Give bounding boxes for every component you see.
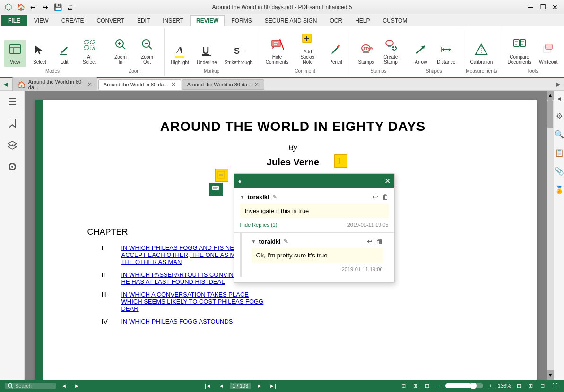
nav-panel-button[interactable] bbox=[3, 93, 21, 111]
compare-docs-button[interactable]: CompareDocuments bbox=[505, 36, 535, 67]
chapter-4-text[interactable]: IN WHICH PHILEAS FOGG ASTOUNDS bbox=[121, 318, 233, 325]
fit-page-button[interactable]: ⊡ bbox=[399, 382, 408, 390]
hide-comments-button[interactable]: HideComments bbox=[263, 36, 291, 67]
tab-edit[interactable]: EDIT bbox=[131, 15, 156, 26]
doc-tab-3[interactable]: Around the World in 80 da... ✕ bbox=[182, 79, 265, 90]
minimize-button[interactable]: ─ bbox=[525, 2, 536, 12]
arrow-button[interactable]: Arrow bbox=[409, 41, 432, 67]
scroll-down-button[interactable]: ▼ bbox=[547, 370, 554, 380]
scroll-view-button[interactable]: ⊟ bbox=[538, 382, 547, 390]
tab-file[interactable]: FILE bbox=[1, 15, 27, 26]
svg-point-74 bbox=[8, 383, 12, 387]
scroll-thumb[interactable] bbox=[547, 100, 553, 128]
pencil-button[interactable]: Pencil bbox=[324, 41, 347, 67]
select-button[interactable]: Select bbox=[28, 42, 51, 67]
bookmark-panel-button[interactable] bbox=[3, 114, 21, 132]
print-icon[interactable]: 🖨 bbox=[65, 2, 75, 12]
doc-tab-1[interactable]: 🏠 Around the World in 80 da... ✕ bbox=[12, 77, 97, 92]
reply-reply-icon[interactable]: ↩ bbox=[367, 238, 373, 245]
right-panel-layers[interactable]: 📋 bbox=[555, 148, 564, 157]
comment-reply-icon[interactable]: ↩ bbox=[373, 193, 378, 201]
content-panel-button[interactable] bbox=[3, 158, 21, 176]
home-icon[interactable]: 🏠 bbox=[16, 2, 26, 12]
calibration-button[interactable]: Calibration bbox=[468, 41, 496, 67]
two-page-view-button[interactable]: ⊞ bbox=[527, 382, 535, 390]
tab-review[interactable]: REVIEW bbox=[190, 15, 225, 26]
expand-comment-icon[interactable]: ▼ bbox=[240, 195, 245, 200]
distance-button[interactable]: Distance bbox=[434, 41, 458, 67]
comment-popup-close[interactable]: ✕ bbox=[384, 177, 390, 186]
tab-forms[interactable]: FORMS bbox=[225, 15, 258, 26]
save-icon[interactable]: 💾 bbox=[53, 2, 62, 12]
underline-button[interactable]: U Underline bbox=[194, 44, 220, 67]
tab-create[interactable]: CREATE bbox=[55, 15, 90, 26]
add-sticker-button[interactable]: Add StickerNote bbox=[293, 31, 322, 67]
right-panel-search[interactable]: 🔍 bbox=[555, 130, 564, 139]
next-page-button[interactable]: ► bbox=[255, 382, 264, 390]
collapse-right-icon[interactable]: ► bbox=[555, 80, 562, 89]
search-input[interactable] bbox=[15, 383, 53, 389]
right-panel-award[interactable]: 🏅 bbox=[555, 185, 564, 194]
collapse-left-icon[interactable]: ◄ bbox=[2, 80, 9, 89]
ribbon-group-markup: A Highlight U Underline S bbox=[165, 28, 259, 76]
tab-help[interactable]: HELP bbox=[349, 15, 376, 26]
reply-edit-icon[interactable]: ✎ bbox=[284, 238, 288, 245]
tab-view[interactable]: VIEW bbox=[28, 15, 55, 26]
right-panel-collapse[interactable]: ◄ bbox=[556, 95, 562, 102]
hide-replies-button[interactable]: Hide Replies (1) bbox=[240, 222, 278, 228]
tab-custom[interactable]: CUSTOM bbox=[376, 15, 413, 26]
document-area[interactable]: ▲ ▼ bbox=[25, 91, 554, 380]
expand-reply-icon[interactable]: ▼ bbox=[252, 239, 256, 244]
fullscreen-button[interactable]: ⛶ bbox=[550, 382, 559, 390]
comment-delete-icon-1[interactable]: 🗑 bbox=[382, 193, 389, 201]
whiteout-button[interactable]: Whiteout bbox=[536, 41, 560, 67]
close-button[interactable]: ✕ bbox=[550, 2, 560, 12]
fit-height-button[interactable]: ⊟ bbox=[423, 382, 431, 390]
edit-button[interactable]: Edit bbox=[53, 42, 76, 67]
doc-tab-1-close[interactable]: ✕ bbox=[87, 81, 92, 88]
comment-edit-icon-1[interactable]: ✎ bbox=[272, 194, 277, 200]
ai-select-button[interactable]: AI AI Select bbox=[78, 37, 101, 67]
tab-insert[interactable]: INSERT bbox=[156, 15, 190, 26]
zoom-in-button[interactable]: + bbox=[487, 382, 494, 390]
zoom-in-button[interactable]: Zoom In bbox=[109, 36, 132, 67]
search-next-button[interactable]: ► bbox=[72, 382, 81, 390]
highlight-button[interactable]: A Highlight bbox=[168, 43, 192, 67]
search-prev-button[interactable]: ◄ bbox=[60, 382, 69, 390]
tab-ocr[interactable]: OCR bbox=[323, 15, 348, 26]
undo-icon[interactable]: ↩ bbox=[28, 2, 38, 12]
sticky-note-icon[interactable] bbox=[215, 169, 228, 182]
chapter-3-text[interactable]: IN WHICH A CONVERSATION TAKES PLACEWHICH… bbox=[121, 291, 264, 312]
prev-page-button[interactable]: ◄ bbox=[217, 382, 226, 390]
stamps-button[interactable]: STAMP Stamps bbox=[355, 41, 377, 67]
single-page-view-button[interactable]: ⊡ bbox=[515, 382, 523, 390]
zoom-slider[interactable] bbox=[445, 383, 483, 388]
redo-icon[interactable]: ↪ bbox=[41, 2, 50, 12]
author-sticky-note[interactable] bbox=[334, 154, 347, 168]
doc-tab-2[interactable]: Around the World in 80 da... ✕ bbox=[98, 79, 181, 90]
doc-tab-3-close[interactable]: ✕ bbox=[254, 81, 259, 88]
doc-tab-2-close[interactable]: ✕ bbox=[171, 81, 176, 88]
restore-button[interactable]: ❐ bbox=[538, 2, 548, 12]
scroll-up-button[interactable]: ▲ bbox=[547, 91, 554, 100]
fit-width-button[interactable]: ⊞ bbox=[411, 382, 419, 390]
view-button[interactable]: View bbox=[4, 40, 26, 67]
right-panel-attachment[interactable]: 📎 bbox=[555, 167, 564, 176]
zoom-out-button[interactable]: Zoom Out bbox=[134, 36, 160, 67]
reply-delete-icon[interactable]: 🗑 bbox=[376, 238, 383, 245]
page-input[interactable]: 1 / 103 bbox=[230, 383, 252, 389]
layers-panel-button[interactable] bbox=[3, 136, 21, 154]
shapes-group-label: Shapes bbox=[426, 67, 442, 74]
tab-secure[interactable]: SECURE AND SIGN bbox=[259, 15, 323, 26]
last-page-button[interactable]: ►| bbox=[268, 382, 278, 390]
scrollbar[interactable]: ▲ ▼ bbox=[547, 91, 554, 380]
right-panel-settings[interactable]: ⚙ bbox=[556, 111, 563, 120]
comment-anchor-icon[interactable] bbox=[209, 183, 223, 196]
zoom-slider-thumb[interactable] bbox=[470, 383, 477, 389]
strikethrough-button[interactable]: S Strikethrough bbox=[222, 44, 255, 67]
create-stamp-button[interactable]: CreateStamp bbox=[379, 36, 402, 67]
tab-convert[interactable]: CONVERT bbox=[90, 15, 130, 26]
zoom-out-label: Zoom Out bbox=[137, 54, 157, 65]
zoom-out-button[interactable]: − bbox=[435, 382, 442, 390]
first-page-button[interactable]: |◄ bbox=[203, 382, 213, 390]
